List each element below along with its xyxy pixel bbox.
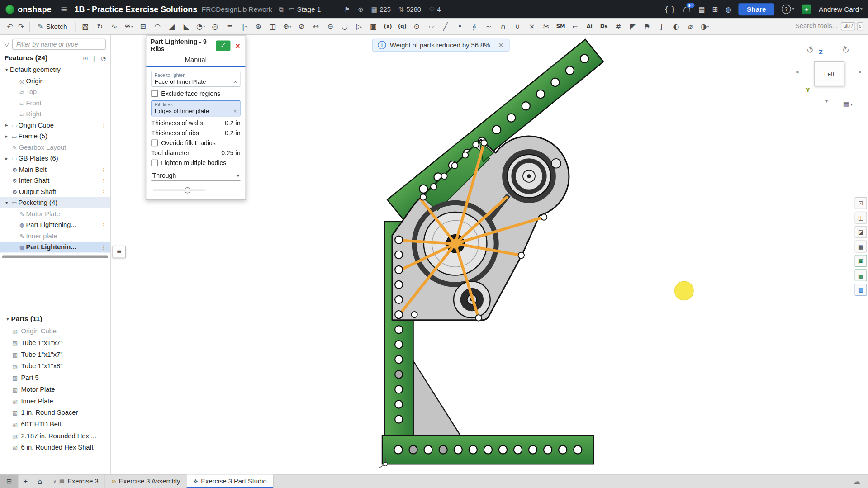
feature-tree-row[interactable]: Origin Cube	[0, 120, 110, 131]
chevron-down-icon[interactable]: ▾	[825, 98, 828, 104]
document-title[interactable]: 1B - Practice Exercise Solutions	[75, 5, 197, 14]
dock-button[interactable]: ◪	[855, 226, 867, 238]
clear-selection-icon[interactable]: ×	[231, 78, 237, 85]
toolbar-tool-icon[interactable]: ▣	[366, 19, 381, 33]
rotate-right-arrow-icon[interactable]: ▸	[859, 68, 862, 76]
toolbar-tool-icon[interactable]: ◤	[626, 19, 640, 33]
undo-icon[interactable]: ↶	[5, 22, 15, 30]
add-tab-button[interactable]: +	[18, 474, 33, 488]
featurescript-icon[interactable]: { }	[664, 5, 675, 13]
apps-grid-icon[interactable]: ⊞	[712, 5, 718, 13]
feature-tree-row[interactable]: Top	[0, 86, 110, 97]
document-location[interactable]: Stage 1	[297, 5, 321, 13]
toolbar-tool-icon[interactable]: ◐	[669, 19, 683, 33]
feature-list-flyout-button[interactable]: ≣	[113, 246, 126, 258]
view-cube-face[interactable]: Left	[814, 61, 844, 86]
toolbar-tool-icon[interactable]: ⊕ ▾	[280, 19, 294, 33]
dock-button[interactable]: ▣	[855, 255, 867, 267]
toolbar-tool-icon[interactable]: (x)	[381, 19, 395, 33]
slider-track[interactable]	[153, 190, 205, 190]
feature-tree-row[interactable]: Motor Plate	[0, 208, 110, 219]
part-list-item[interactable]: Tube 1"x1"x8"	[0, 360, 110, 372]
toolbar-tool-icon[interactable]: Ai	[582, 19, 597, 33]
chevron-down-icon[interactable]: ▾	[131, 24, 133, 28]
sketch-button[interactable]: ✎ Sketch	[33, 21, 72, 31]
features-header-icon[interactable]: ◔	[101, 55, 106, 62]
toolbar-tool-icon[interactable]: ▱	[424, 19, 438, 33]
chevron-down-icon[interactable]	[5, 316, 11, 322]
opacity-slider[interactable]	[151, 186, 240, 195]
toolbar-tool-icon[interactable]: •	[453, 19, 467, 33]
toolbar-tool-icon[interactable]: ↻	[93, 19, 107, 33]
document-tab[interactable]: Exercise 3	[47, 474, 105, 488]
dock-button[interactable]: ◫	[855, 212, 867, 224]
part-list-item[interactable]: 1 in. Round Spacer	[0, 407, 110, 418]
toolbar-tool-icon[interactable]: ≋ ▾	[122, 19, 136, 33]
toolbar-tool-icon[interactable]: ▧	[78, 19, 93, 33]
walls-thickness-input[interactable]: 0.2 in	[213, 120, 240, 127]
dock-button[interactable]: ▤	[855, 269, 867, 281]
part-list-item[interactable]: Origin Cube	[0, 325, 110, 337]
context-menu-icon[interactable]	[97, 122, 110, 128]
feature-tree-row[interactable]: Gearbox Layout	[0, 142, 110, 152]
close-icon[interactable]: ×	[498, 41, 504, 49]
parts-header[interactable]: Parts (11)	[0, 313, 110, 325]
feature-tree-row[interactable]: Frame (5)	[0, 131, 110, 142]
toolbar-tool-icon[interactable]: #	[611, 19, 626, 33]
filter-input[interactable]	[13, 39, 106, 50]
feature-tree-row[interactable]: Default geometry	[0, 64, 110, 75]
toolbar-tool-icon[interactable]: ⊛	[251, 19, 266, 33]
tab-chevron-icon[interactable]	[53, 479, 57, 484]
context-menu-icon[interactable]	[97, 189, 110, 194]
journal-icon[interactable]: ▤	[698, 5, 705, 13]
toolbar-tool-icon[interactable]: ⊟	[136, 19, 150, 33]
toolbar-tool-icon[interactable]: SM	[554, 19, 568, 33]
tab-manager-icon[interactable]: ⊟	[0, 474, 18, 488]
globe-icon[interactable]: ⊛	[358, 5, 363, 13]
rotate-right-icon[interactable]: ↻	[840, 44, 852, 57]
toolbar-tool-icon[interactable]: ∥ ▾	[237, 19, 251, 33]
toolbar-tool-icon[interactable]: ▷	[352, 19, 366, 33]
feature-tree-row[interactable]: Right	[0, 109, 110, 119]
feature-tree-row[interactable]: Output Shaft	[0, 186, 110, 197]
toolbar-tool-icon[interactable]: ◢	[165, 19, 179, 33]
toolbar-tool-icon[interactable]: ↔	[308, 19, 323, 33]
slider-knob[interactable]	[185, 187, 190, 193]
feature-tree-row[interactable]: Inter Shaft	[0, 175, 110, 186]
dock-button[interactable]: ▦	[855, 240, 867, 252]
toolbar-tool-icon[interactable]: ◑ ▾	[697, 19, 712, 33]
toolbar-tool-icon[interactable]: ∪	[510, 19, 525, 33]
chevron-icon[interactable]	[3, 200, 10, 205]
toolbar-tool-icon[interactable]: ⚑	[640, 19, 655, 33]
context-menu-icon[interactable]	[97, 244, 110, 250]
lighten-multiple-bodies-checkbox-row[interactable]: Lighten multiple bodies	[151, 160, 240, 166]
toolbar-tool-icon[interactable]: ✂	[539, 19, 554, 33]
part-list-item[interactable]: 60T HTD Belt	[0, 418, 110, 430]
checkbox[interactable]	[151, 90, 158, 97]
features-header-icon[interactable]: ⊞	[83, 55, 88, 62]
context-menu-icon[interactable]	[97, 166, 110, 172]
override-fillet-radius-checkbox-row[interactable]: Overide fillet radius	[151, 140, 240, 147]
feature-tree-row[interactable]: GB Plates (6)	[0, 153, 110, 164]
dock-button[interactable]: ⊡	[855, 197, 867, 209]
document-tab[interactable]: Exercise 3 Assembly	[105, 474, 187, 488]
bottom-tube-part[interactable]	[382, 436, 594, 464]
feature-tree-row[interactable]: Origin	[0, 76, 110, 86]
part-list-item[interactable]: 6 in. Rounded Hex Shaft	[0, 441, 110, 453]
dock-button[interactable]: ▥	[855, 284, 867, 296]
stat-item[interactable]: ▦ 225	[371, 5, 391, 13]
home-tab-icon[interactable]: ⌂	[33, 474, 47, 488]
notifications-bell-icon[interactable]: 9+	[683, 5, 692, 14]
toolbar-tool-icon[interactable]: ⌐	[568, 19, 583, 33]
gusset-part[interactable]	[414, 362, 460, 436]
tab-manual[interactable]: Manual	[146, 55, 245, 67]
part-list-item[interactable]: Tube 1"x1"x7"	[0, 337, 110, 349]
toolbar-tool-icon[interactable]: ⊙	[409, 19, 424, 33]
part-list-item[interactable]: Inner Plate	[0, 395, 110, 407]
stat-item[interactable]: ⇅ 5280	[398, 5, 421, 13]
stat-item[interactable]: ♡ 4	[429, 5, 441, 13]
feature-tree-row[interactable]: Part Lightening...	[0, 219, 110, 230]
part-list-item[interactable]: Motor Plate	[0, 383, 110, 395]
accept-button[interactable]: ✓	[216, 40, 231, 51]
feature-tree-row[interactable]: Main Belt	[0, 164, 110, 175]
